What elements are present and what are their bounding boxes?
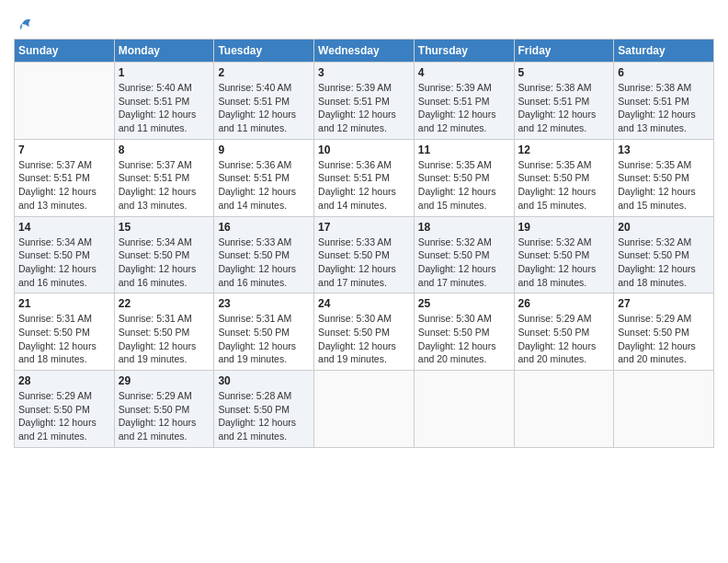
day-number: 23 bbox=[218, 297, 310, 310]
day-number: 3 bbox=[318, 66, 410, 79]
day-info: Sunrise: 5:29 AMSunset: 5:50 PMDaylight:… bbox=[518, 312, 610, 366]
day-number: 2 bbox=[218, 66, 310, 79]
day-number: 9 bbox=[218, 144, 310, 156]
day-info: Sunrise: 5:29 AMSunset: 5:50 PMDaylight:… bbox=[18, 389, 110, 443]
day-info: Sunrise: 5:30 AMSunset: 5:50 PMDaylight:… bbox=[318, 312, 410, 366]
day-number: 12 bbox=[518, 144, 610, 156]
calendar-day-4: 4Sunrise: 5:39 AMSunset: 5:51 PMDaylight… bbox=[414, 63, 514, 140]
day-info: Sunrise: 5:35 AMSunset: 5:50 PMDaylight:… bbox=[618, 158, 710, 213]
logo bbox=[14, 17, 34, 31]
day-number: 15 bbox=[119, 221, 210, 234]
day-info: Sunrise: 5:39 AMSunset: 5:51 PMDaylight:… bbox=[418, 81, 510, 135]
calendar-week-row: 1Sunrise: 5:40 AMSunset: 5:51 PMDaylight… bbox=[15, 63, 714, 140]
day-number: 20 bbox=[618, 221, 710, 234]
day-number: 24 bbox=[318, 297, 410, 310]
calendar-header-row: SundayMondayTuesdayWednesdayThursdayFrid… bbox=[15, 40, 714, 63]
day-info: Sunrise: 5:35 AMSunset: 5:50 PMDaylight:… bbox=[418, 158, 510, 213]
day-info: Sunrise: 5:37 AMSunset: 5:51 PMDaylight:… bbox=[119, 158, 210, 213]
calendar-day-13: 13Sunrise: 5:35 AMSunset: 5:50 PMDayligh… bbox=[614, 139, 714, 216]
day-info: Sunrise: 5:31 AMSunset: 5:50 PMDaylight:… bbox=[119, 312, 210, 366]
calendar-day-14: 14Sunrise: 5:34 AMSunset: 5:50 PMDayligh… bbox=[15, 216, 115, 293]
calendar-day-24: 24Sunrise: 5:30 AMSunset: 5:50 PMDayligh… bbox=[314, 293, 415, 371]
day-number: 10 bbox=[318, 144, 410, 156]
header bbox=[14, 9, 714, 31]
day-info: Sunrise: 5:36 AMSunset: 5:51 PMDaylight:… bbox=[318, 158, 410, 213]
day-info: Sunrise: 5:39 AMSunset: 5:51 PMDaylight:… bbox=[318, 81, 410, 135]
day-number: 11 bbox=[418, 144, 510, 156]
day-info: Sunrise: 5:32 AMSunset: 5:50 PMDaylight:… bbox=[518, 236, 610, 290]
calendar-empty-cell bbox=[614, 371, 714, 448]
day-number: 18 bbox=[418, 221, 510, 234]
day-info: Sunrise: 5:40 AMSunset: 5:51 PMDaylight:… bbox=[218, 81, 310, 135]
day-info: Sunrise: 5:28 AMSunset: 5:50 PMDaylight:… bbox=[218, 389, 310, 443]
calendar-week-row: 14Sunrise: 5:34 AMSunset: 5:50 PMDayligh… bbox=[15, 216, 714, 293]
calendar-week-row: 21Sunrise: 5:31 AMSunset: 5:50 PMDayligh… bbox=[15, 293, 714, 371]
day-info: Sunrise: 5:33 AMSunset: 5:50 PMDaylight:… bbox=[218, 236, 310, 290]
calendar-day-8: 8Sunrise: 5:37 AMSunset: 5:51 PMDaylight… bbox=[114, 139, 214, 216]
calendar-day-9: 9Sunrise: 5:36 AMSunset: 5:51 PMDaylight… bbox=[214, 139, 314, 216]
day-number: 1 bbox=[119, 66, 210, 79]
day-number: 27 bbox=[618, 297, 710, 310]
day-info: Sunrise: 5:38 AMSunset: 5:51 PMDaylight:… bbox=[618, 81, 710, 135]
day-info: Sunrise: 5:32 AMSunset: 5:50 PMDaylight:… bbox=[618, 236, 710, 290]
day-info: Sunrise: 5:31 AMSunset: 5:50 PMDaylight:… bbox=[218, 312, 310, 366]
day-number: 6 bbox=[618, 66, 710, 79]
day-info: Sunrise: 5:33 AMSunset: 5:50 PMDaylight:… bbox=[318, 236, 410, 290]
day-info: Sunrise: 5:40 AMSunset: 5:51 PMDaylight:… bbox=[119, 81, 210, 135]
day-number: 14 bbox=[18, 221, 110, 234]
day-info: Sunrise: 5:31 AMSunset: 5:50 PMDaylight:… bbox=[18, 312, 110, 366]
calendar-day-7: 7Sunrise: 5:37 AMSunset: 5:51 PMDaylight… bbox=[15, 139, 115, 216]
calendar-day-15: 15Sunrise: 5:34 AMSunset: 5:50 PMDayligh… bbox=[114, 216, 214, 293]
calendar-day-29: 29Sunrise: 5:29 AMSunset: 5:50 PMDayligh… bbox=[114, 371, 214, 448]
logo-bird-icon bbox=[16, 17, 34, 31]
calendar-day-11: 11Sunrise: 5:35 AMSunset: 5:50 PMDayligh… bbox=[414, 139, 514, 216]
calendar-day-3: 3Sunrise: 5:39 AMSunset: 5:51 PMDaylight… bbox=[314, 63, 415, 140]
calendar-day-5: 5Sunrise: 5:38 AMSunset: 5:51 PMDaylight… bbox=[514, 63, 614, 140]
day-number: 19 bbox=[518, 221, 610, 234]
calendar-day-2: 2Sunrise: 5:40 AMSunset: 5:51 PMDaylight… bbox=[214, 63, 314, 140]
calendar-day-16: 16Sunrise: 5:33 AMSunset: 5:50 PMDayligh… bbox=[214, 216, 314, 293]
day-info: Sunrise: 5:29 AMSunset: 5:50 PMDaylight:… bbox=[618, 312, 710, 366]
day-number: 25 bbox=[418, 297, 510, 310]
calendar-day-22: 22Sunrise: 5:31 AMSunset: 5:50 PMDayligh… bbox=[114, 293, 214, 371]
calendar-week-row: 28Sunrise: 5:29 AMSunset: 5:50 PMDayligh… bbox=[15, 371, 714, 448]
calendar-day-28: 28Sunrise: 5:29 AMSunset: 5:50 PMDayligh… bbox=[15, 371, 115, 448]
calendar-day-20: 20Sunrise: 5:32 AMSunset: 5:50 PMDayligh… bbox=[614, 216, 714, 293]
calendar-day-18: 18Sunrise: 5:32 AMSunset: 5:50 PMDayligh… bbox=[414, 216, 514, 293]
header-day-sunday: Sunday bbox=[15, 40, 115, 63]
calendar-day-23: 23Sunrise: 5:31 AMSunset: 5:50 PMDayligh… bbox=[214, 293, 314, 371]
calendar-week-row: 7Sunrise: 5:37 AMSunset: 5:51 PMDaylight… bbox=[15, 139, 714, 216]
calendar-table: SundayMondayTuesdayWednesdayThursdayFrid… bbox=[14, 39, 714, 448]
day-number: 16 bbox=[218, 221, 310, 234]
calendar-empty-cell bbox=[15, 63, 115, 140]
calendar-day-30: 30Sunrise: 5:28 AMSunset: 5:50 PMDayligh… bbox=[214, 371, 314, 448]
day-number: 22 bbox=[119, 297, 210, 310]
day-number: 28 bbox=[18, 374, 110, 387]
header-day-monday: Monday bbox=[114, 40, 214, 63]
header-day-thursday: Thursday bbox=[414, 40, 514, 63]
day-info: Sunrise: 5:36 AMSunset: 5:51 PMDaylight:… bbox=[218, 158, 310, 213]
day-info: Sunrise: 5:37 AMSunset: 5:51 PMDaylight:… bbox=[18, 158, 110, 213]
calendar-day-6: 6Sunrise: 5:38 AMSunset: 5:51 PMDaylight… bbox=[614, 63, 714, 140]
day-number: 30 bbox=[218, 374, 310, 387]
day-number: 5 bbox=[518, 66, 610, 79]
calendar-empty-cell bbox=[314, 371, 415, 448]
calendar-day-10: 10Sunrise: 5:36 AMSunset: 5:51 PMDayligh… bbox=[314, 139, 415, 216]
day-info: Sunrise: 5:34 AMSunset: 5:50 PMDaylight:… bbox=[119, 236, 210, 290]
day-info: Sunrise: 5:32 AMSunset: 5:50 PMDaylight:… bbox=[418, 236, 510, 290]
day-info: Sunrise: 5:30 AMSunset: 5:50 PMDaylight:… bbox=[418, 312, 510, 366]
day-number: 13 bbox=[618, 144, 710, 156]
header-day-wednesday: Wednesday bbox=[314, 40, 415, 63]
day-number: 17 bbox=[318, 221, 410, 234]
day-info: Sunrise: 5:34 AMSunset: 5:50 PMDaylight:… bbox=[18, 236, 110, 290]
header-day-saturday: Saturday bbox=[614, 40, 714, 63]
calendar-empty-cell bbox=[414, 371, 514, 448]
calendar-day-25: 25Sunrise: 5:30 AMSunset: 5:50 PMDayligh… bbox=[414, 293, 514, 371]
header-day-friday: Friday bbox=[514, 40, 614, 63]
calendar-day-19: 19Sunrise: 5:32 AMSunset: 5:50 PMDayligh… bbox=[514, 216, 614, 293]
calendar-empty-cell bbox=[514, 371, 614, 448]
calendar-day-21: 21Sunrise: 5:31 AMSunset: 5:50 PMDayligh… bbox=[15, 293, 115, 371]
day-info: Sunrise: 5:38 AMSunset: 5:51 PMDaylight:… bbox=[518, 81, 610, 135]
day-number: 26 bbox=[518, 297, 610, 310]
day-number: 7 bbox=[18, 144, 110, 156]
